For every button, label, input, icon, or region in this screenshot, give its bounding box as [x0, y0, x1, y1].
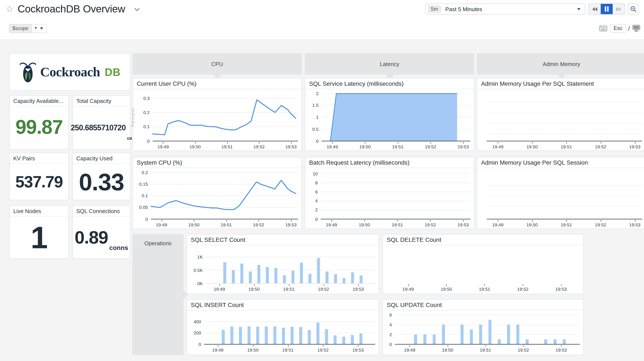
- x-tick-label: 19:49: [488, 222, 507, 227]
- x-tick-label: 19:50: [356, 144, 374, 149]
- x-tick-mark: [600, 220, 601, 222]
- chart-card-admin-memory-session: Admin Memory Usage Per SQL Session 19:49…: [477, 157, 644, 229]
- section-tab-cpu[interactable]: CPU: [132, 53, 302, 74]
- y-tick-label: 2: [305, 207, 318, 212]
- x-tick-mark: [289, 284, 289, 286]
- fast-forward-button[interactable]: [613, 4, 625, 14]
- stat-label: KV Pairs: [10, 153, 68, 164]
- x-tick-mark: [463, 142, 464, 144]
- chart-plot-admin-memory-session[interactable]: 19:4919:5019:5119:5219:53: [477, 168, 644, 228]
- x-tick-label: 19:53: [348, 347, 368, 352]
- x-tick-label: 19:52: [421, 222, 440, 227]
- chart-title: System CPU (%): [133, 157, 302, 168]
- x-tick-mark: [463, 220, 464, 222]
- x-tick-mark: [162, 220, 162, 222]
- x-tick-mark: [163, 142, 164, 144]
- x-tick-label: 19:50: [244, 286, 264, 292]
- x-tick-mark: [448, 345, 448, 347]
- chart-card-system-cpu: System CPU (%) 00.050.10.150.219:4919:50…: [132, 157, 302, 229]
- y-tick-label: 8: [305, 180, 318, 185]
- x-tick-mark: [226, 220, 226, 222]
- time-range-badge: 5m: [428, 5, 441, 13]
- chart-card-sql-service-latency: SQL Service Latency (milliseconds) 00.51…: [305, 78, 474, 151]
- stat-card-capacity-used[interactable]: Capacity Used 0.33: [72, 153, 130, 200]
- x-tick-label: 19:53: [454, 144, 473, 149]
- y-tick-label: 6: [383, 312, 392, 317]
- time-range-select[interactable]: 5m Past 5 Minutes: [425, 4, 585, 14]
- cockroach-bug-icon: [19, 61, 36, 83]
- y-tick-label: 0: [383, 342, 392, 347]
- chart-plot-batch-request-latency[interactable]: 024681019:4919:5019:5119:5219:53: [305, 168, 474, 228]
- x-tick-label: 19:53: [282, 222, 300, 227]
- x-tick-label: 19:49: [154, 144, 172, 149]
- x-tick-label: 19:52: [249, 222, 268, 227]
- y-tick-label: 0.3: [133, 96, 150, 101]
- stat-card-capacity-available[interactable]: Capacity Available... 99.87: [10, 95, 68, 150]
- title-chevron-down-icon[interactable]: [134, 8, 140, 12]
- y-tick-label: 0: [187, 342, 201, 347]
- y-tick-label: 4: [305, 198, 318, 203]
- x-tick-label: 19:53: [625, 222, 644, 227]
- chart-plot-current-user-cpu[interactable]: 00.10.20.3Percent19:4919:5019:5119:5219:…: [133, 90, 302, 150]
- x-tick-label: 19:50: [186, 144, 204, 149]
- time-range-label: Past 5 Minutes: [445, 6, 577, 12]
- x-tick-label: 19:51: [557, 144, 576, 149]
- x-tick-mark: [498, 220, 498, 222]
- chart-plot-system-cpu[interactable]: 00.050.10.150.219:4919:5019:5119:5219:53: [133, 168, 302, 228]
- x-tick-mark: [410, 345, 410, 347]
- logo-wordmark: Cockroach: [40, 64, 100, 80]
- x-tick-label: 19:49: [323, 144, 342, 149]
- x-tick-mark: [398, 142, 398, 144]
- rewind-button[interactable]: [589, 4, 601, 14]
- x-tick-mark: [498, 142, 498, 144]
- chart-title: SQL SELECT Count: [187, 234, 378, 245]
- chart-plot-sql-insert-count[interactable]: 020040019:4919:5019:5119:5219:53: [187, 311, 378, 354]
- x-tick-label: 19:52: [514, 347, 533, 352]
- section-tab-admin-memory[interactable]: Admin Memory: [477, 53, 644, 74]
- stat-card-live-nodes[interactable]: Live Nodes 1: [10, 205, 68, 258]
- stat-card-kv-pairs[interactable]: KV Pairs 537.79: [10, 153, 68, 200]
- x-tick-label: 19:49: [210, 286, 229, 292]
- section-tab-latency[interactable]: Latency: [305, 53, 474, 74]
- x-tick-mark: [446, 284, 447, 286]
- esc-button[interactable]: Esc: [610, 24, 626, 32]
- chart-plot-sql-select-count[interactable]: 0K0.5K1K19:4919:5019:5119:5219:53: [187, 246, 378, 294]
- x-tick-label: 19:49: [400, 347, 419, 352]
- chart-plot-admin-memory-statement[interactable]: 19:4919:5019:5119:5219:53: [477, 90, 644, 150]
- chart-plot-sql-delete-count[interactable]: 19:4919:5019:5119:5219:53: [383, 246, 583, 294]
- scope-template-variable[interactable]: $scope *: [9, 24, 46, 33]
- y-tick-label: 4: [383, 322, 392, 327]
- top-bar: ☆ CockroachDB Overview 5m Past 5 Minutes: [0, 0, 644, 40]
- x-tick-label: 19:51: [476, 347, 495, 352]
- x-tick-mark: [484, 284, 485, 286]
- scope-label: $scope: [10, 24, 32, 32]
- pause-button[interactable]: [601, 4, 613, 14]
- x-tick-mark: [561, 284, 562, 286]
- y-tick-label: 1: [305, 114, 318, 120]
- x-tick-mark: [430, 220, 431, 222]
- favorite-star-icon[interactable]: ☆: [6, 4, 14, 14]
- stat-card-total-capacity[interactable]: Total Capacity 250.6855710720 GB: [72, 95, 130, 150]
- zoom-out-button[interactable]: [628, 4, 639, 14]
- y-tick-label: 0.5: [305, 126, 318, 132]
- chart-title: SQL Service Latency (milliseconds): [305, 78, 474, 89]
- chart-plot-sql-service-latency[interactable]: 00.511.5219:4919:5019:5119:5219:53: [305, 90, 474, 150]
- monitor-icon[interactable]: [632, 25, 640, 32]
- x-tick-mark: [600, 142, 601, 144]
- y-tick-label: 400: [187, 319, 201, 324]
- chart-plot-sql-update-count[interactable]: 024619:4919:5019:5119:5219:53: [383, 311, 583, 354]
- stat-card-sql-connections[interactable]: SQL Connections 0.89 conns: [72, 205, 130, 258]
- x-tick-mark: [566, 142, 567, 144]
- y-tick-label: 0.2: [133, 110, 150, 115]
- x-tick-label: 19:51: [557, 222, 576, 227]
- section-tab-label: CPU: [212, 61, 223, 67]
- x-tick-mark: [358, 345, 358, 347]
- x-tick-mark: [566, 220, 567, 222]
- x-tick-mark: [218, 345, 218, 347]
- section-tab-operations[interactable]: Operations: [132, 234, 184, 355]
- x-tick-label: 19:50: [523, 222, 542, 227]
- keyboard-icon[interactable]: [600, 26, 607, 31]
- chart-title: SQL UPDATE Count: [383, 300, 583, 310]
- chart-card-admin-memory-statement: Admin Memory Usage Per SQL Statement 19:…: [477, 78, 644, 151]
- x-tick-label: 19:51: [278, 347, 297, 352]
